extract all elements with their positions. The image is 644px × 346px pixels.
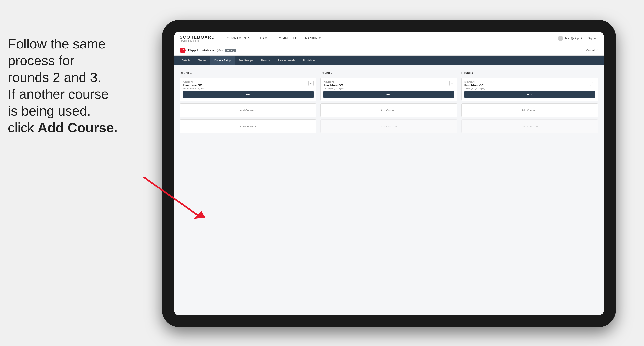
nav-teams[interactable]: TEAMS [258,36,270,41]
tab-details[interactable]: Details [178,56,194,65]
tab-leaderboards[interactable]: Leaderboards [274,56,299,65]
round-3-column: Round 3 (Course A) Peachtree GC Yellow (… [462,71,598,133]
course-detail-r3: Yellow (M) (6629 yds) [464,87,485,90]
course-info: (Course A) Peachtree GC Yellow (M) (6629… [182,81,204,90]
sign-out-link[interactable]: Sign out [588,37,598,40]
round-3-title: Round 3 [462,71,598,74]
remove-course-button-r2[interactable]: ○ [449,81,454,86]
course-name: Peachtree GC [182,83,204,87]
round-1-column: Round 1 (Course A) Peachtree GC Yellow (… [180,71,316,133]
instruction-block: Follow the same process for rounds 2 and… [0,31,138,140]
rounds-grid: Round 1 (Course A) Peachtree GC Yellow (… [180,71,598,133]
top-nav: SCOREBOARD Powered by clippd TOURNAMENTS… [174,31,604,45]
tournament-logo: C [180,47,186,53]
tab-results[interactable]: Results [257,56,274,65]
tournament-bar: C Clippd Invitational (Men) Hosting Canc… [174,45,604,56]
add-course-card-r3-2[interactable]: Add Course + [462,120,598,133]
tab-course-setup[interactable]: Course Setup [210,56,235,65]
course-label: (Course A) [182,81,204,83]
nav-committee[interactable]: COMMITTEE [278,36,297,41]
nav-rankings[interactable]: RANKINGS [305,36,322,41]
user-area: blair@clippd.io | Sign out [558,36,598,41]
add-course-card-r1-2[interactable]: Add Course + [180,120,316,133]
user-avatar [558,36,563,41]
course-info-r3: (Course A) Peachtree GC Yellow (M) (6629… [464,81,485,90]
add-course-text: Add Course + [240,109,256,112]
edit-course-button-r1[interactable]: Edit [182,91,314,98]
instruction-text: Follow the same process for rounds 2 and… [8,36,118,135]
logo-area: SCOREBOARD Powered by clippd [180,35,215,42]
tab-teams[interactable]: Teams [194,56,210,65]
round-2-column: Round 2 (Course A) Peachtree GC Yellow (… [320,71,457,133]
tab-bar: Details Teams Course Setup Tee Groups Re… [174,56,604,65]
plus-icon-r2-2: + [396,125,397,128]
plus-icon: + [255,109,256,112]
course-card-header: (Course A) Peachtree GC Yellow (M) (6629… [182,81,314,90]
tab-tee-groups[interactable]: Tee Groups [235,56,257,65]
edit-course-button-r3[interactable]: Edit [464,91,595,98]
course-label-r3: (Course A) [464,81,485,83]
round-1-title: Round 1 [180,71,316,74]
add-course-card-r2-2[interactable]: Add Course + [320,120,457,133]
add-course-text-r3-2: Add Course + [522,125,538,128]
round-3-course-card: (Course A) Peachtree GC Yellow (M) (6629… [462,78,598,101]
add-course-text-r2: Add Course + [381,109,397,112]
plus-icon-2: + [255,125,256,128]
remove-course-button-r3[interactable]: ○ [590,81,595,86]
tab-printables[interactable]: Printables [299,56,319,65]
user-email: blair@clippd.io [565,37,584,40]
plus-icon-r3: + [536,109,538,112]
course-label-r2: (Course A) [324,81,344,83]
logo-sub: Powered by clippd [180,40,215,42]
plus-icon-r2: + [396,109,397,112]
add-course-card-r3-1[interactable]: Add Course + [462,103,598,117]
round-1-course-card: (Course A) Peachtree GC Yellow (M) (6629… [180,78,316,101]
edit-course-button-r2[interactable]: Edit [324,91,454,98]
tablet-device: SCOREBOARD Powered by clippd TOURNAMENTS… [162,20,616,327]
cancel-x-icon: ✕ [596,49,598,52]
remove-course-button[interactable]: ○ [308,81,314,86]
course-card-header-r2: (Course A) Peachtree GC Yellow (M) (6629… [324,81,454,90]
add-course-text-r3: Add Course + [522,109,538,112]
course-detail-r2: Yellow (M) (6629 yds) [324,87,344,90]
tournament-gender: (Men) [217,49,224,52]
round-2-title: Round 2 [320,71,457,74]
add-course-text-r2-2: Add Course + [381,125,397,128]
separator: | [585,37,586,40]
course-name-r3: Peachtree GC [464,83,485,87]
add-course-text-2: Add Course + [240,125,256,128]
logo-title: SCOREBOARD [180,35,215,40]
plus-icon-r3-2: + [536,125,538,128]
tournament-name: Clippd Invitational [188,49,216,52]
round-2-course-card: (Course A) Peachtree GC Yellow (M) (6629… [320,78,457,101]
cancel-button[interactable]: Cancel ✕ [586,49,598,52]
nav-links: TOURNAMENTS TEAMS COMMITTEE RANKINGS [225,36,558,41]
course-name-r2: Peachtree GC [324,83,344,87]
add-course-card-r1-1[interactable]: Add Course + [180,103,316,117]
course-info-r2: (Course A) Peachtree GC Yellow (M) (6629… [324,81,344,90]
nav-tournaments[interactable]: TOURNAMENTS [225,36,250,41]
tablet-screen: SCOREBOARD Powered by clippd TOURNAMENTS… [174,31,604,316]
main-content: Round 1 (Course A) Peachtree GC Yellow (… [174,65,604,316]
course-card-header-r3: (Course A) Peachtree GC Yellow (M) (6629… [464,81,595,90]
course-detail: Yellow (M) (6629 yds) [182,87,204,90]
add-course-card-r2-1[interactable]: Add Course + [320,103,457,117]
hosting-badge: Hosting [225,49,236,52]
